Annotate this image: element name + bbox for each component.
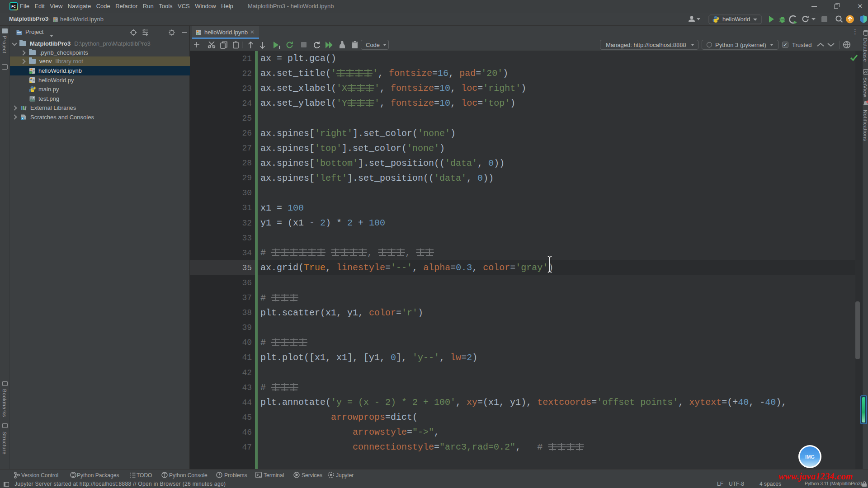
svg-text:helloWorld: helloWorld (722, 16, 750, 23)
